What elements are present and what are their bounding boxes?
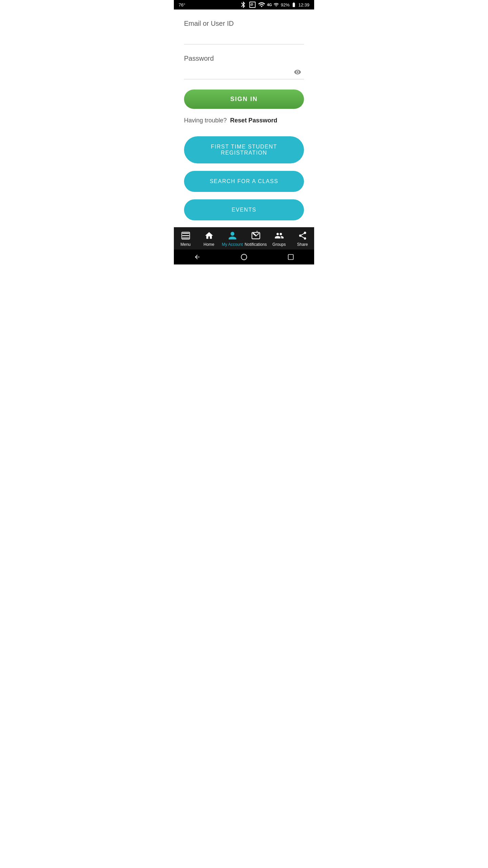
home-icon	[204, 231, 214, 240]
reset-password-link[interactable]: Reset Password	[230, 117, 277, 124]
android-home-button[interactable]	[237, 252, 251, 262]
groups-label: Groups	[272, 242, 286, 247]
status-bar: 76° 4G 92% 12:39	[174, 0, 314, 9]
share-icon	[298, 231, 307, 240]
password-field-section: Password	[184, 55, 304, 79]
svg-rect-7	[288, 255, 293, 260]
home-label: Home	[203, 242, 214, 247]
events-button[interactable]: EVENTS	[184, 199, 304, 220]
android-navigation-bar	[174, 250, 314, 264]
signal-icon	[273, 2, 279, 7]
time: 12:39	[298, 2, 309, 7]
trouble-section: Having trouble? Reset Password	[184, 117, 304, 124]
bluetooth-icon	[240, 1, 247, 8]
nfc-icon	[249, 1, 256, 8]
first-time-registration-button[interactable]: FIRST TIME STUDENT REGISTRATION	[184, 136, 304, 163]
battery-icon	[291, 2, 297, 7]
status-icons: 4G 92% 12:39	[240, 1, 309, 8]
notifications-label: Notifications	[245, 242, 267, 247]
my-account-label: My Account	[222, 242, 243, 247]
search-for-class-button[interactable]: SEARCH FOR A CLASS	[184, 171, 304, 192]
share-label: Share	[297, 242, 308, 247]
svg-rect-0	[182, 233, 189, 234]
password-label: Password	[184, 55, 304, 62]
nav-item-my-account[interactable]: My Account	[221, 231, 244, 247]
network-indicator: 4G	[267, 3, 272, 7]
main-content: Email or User ID Password SIGN IN Having…	[174, 9, 314, 227]
menu-icon	[181, 231, 190, 240]
bottom-navigation: Menu Home My Account Notifications Group…	[174, 227, 314, 250]
battery-percent: 92%	[281, 2, 289, 7]
email-input[interactable]	[184, 32, 304, 44]
email-field-section: Email or User ID	[184, 20, 304, 44]
password-input-wrapper	[184, 66, 304, 79]
nav-item-home[interactable]: Home	[197, 231, 221, 247]
password-input[interactable]	[184, 66, 304, 79]
trouble-text: Having trouble?	[184, 117, 227, 124]
nav-item-notifications[interactable]: Notifications	[244, 231, 267, 247]
svg-rect-2	[182, 238, 189, 238]
android-back-button[interactable]	[190, 252, 204, 262]
wifi-icon	[258, 1, 265, 8]
svg-marker-5	[256, 231, 258, 232]
android-recents-button[interactable]	[284, 252, 298, 262]
notifications-icon	[251, 231, 261, 240]
nav-item-menu[interactable]: Menu	[174, 231, 197, 247]
menu-label: Menu	[180, 242, 190, 247]
password-visibility-icon[interactable]	[294, 68, 301, 78]
sign-in-button[interactable]: SIGN IN	[184, 90, 304, 109]
email-label: Email or User ID	[184, 20, 304, 27]
nav-item-share[interactable]: Share	[291, 231, 314, 247]
my-account-icon	[228, 231, 237, 240]
svg-rect-1	[182, 235, 189, 236]
groups-icon	[274, 231, 284, 240]
svg-point-6	[241, 254, 247, 260]
temperature: 76°	[179, 2, 185, 7]
nav-item-groups[interactable]: Groups	[267, 231, 291, 247]
email-input-wrapper	[184, 32, 304, 44]
